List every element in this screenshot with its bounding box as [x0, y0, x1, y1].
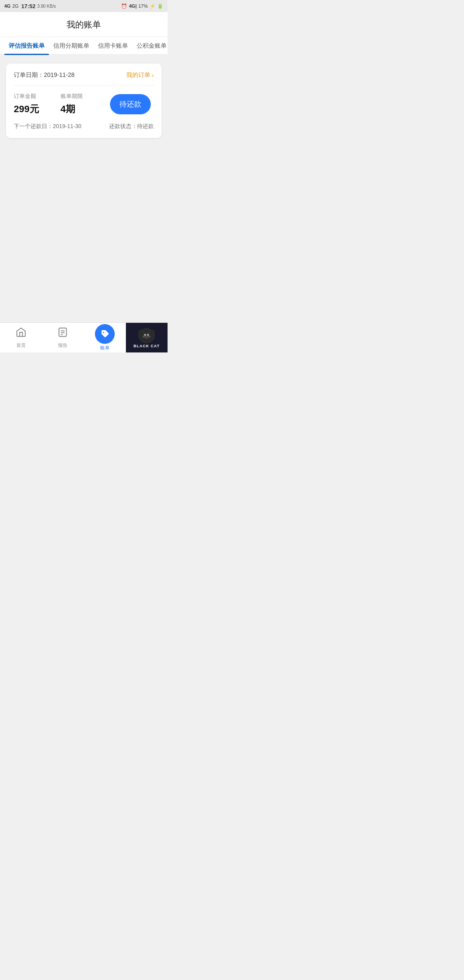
page-header: 我的账单 — [0, 12, 168, 37]
status-bar: 4G 2G 17:52 3.90 KB/s ⏰ 4G| 17% ⚡ 🔋 — [0, 0, 168, 12]
signal-4g: 4G — [4, 3, 11, 9]
battery-percent: 17% — [138, 3, 148, 9]
tab-provident-fund[interactable]: 公积金账单 — [132, 37, 168, 54]
battery-icon: 🔋 — [157, 3, 163, 9]
svg-point-4 — [103, 332, 104, 333]
nav-bill-label: 账单 — [100, 345, 110, 351]
card-body: 订单金额 299元 账单期限 4期 待还款 — [14, 92, 154, 116]
svg-rect-0 — [59, 328, 67, 337]
blackcat-logo-icon — [137, 328, 156, 343]
amount-label: 订单金额 — [14, 92, 61, 100]
tab-credit-installment[interactable]: 信用分期账单 — [49, 37, 94, 54]
nav-report[interactable]: 报告 — [42, 323, 84, 352]
svg-point-11 — [148, 335, 149, 336]
status-left: 4G 2G 17:52 3.90 KB/s — [4, 3, 56, 9]
alarm-icon: ⏰ — [121, 3, 127, 9]
bill-card: 订单日期：2019-11-28 我的订单 › 订单金额 299元 账单期限 4期… — [6, 64, 162, 138]
payment-status-text: 还款状态：待还款 — [109, 122, 154, 130]
bill-icon-circle — [95, 324, 115, 344]
action-section: 待还款 — [107, 94, 154, 114]
blackcat-text: BLACK CAT — [134, 344, 160, 348]
pay-button[interactable]: 待还款 — [110, 94, 151, 114]
period-label: 账单期限 — [61, 92, 107, 100]
home-icon — [15, 327, 27, 340]
network-4g: 4G| — [129, 3, 137, 9]
nav-my[interactable]: BLACK CAT — [126, 323, 168, 352]
card-footer: 下一个还款日：2019-11-30 还款状态：待还款 — [14, 122, 154, 130]
tab-assessment-report[interactable]: 评估报告账单 — [4, 37, 49, 54]
nav-home-label: 首页 — [16, 342, 26, 349]
main-content: 订单日期：2019-11-28 我的订单 › 订单金额 299元 账单期限 4期… — [0, 55, 168, 322]
report-icon — [57, 327, 68, 340]
chevron-right-icon: › — [152, 72, 154, 79]
nav-report-label: 报告 — [58, 342, 67, 349]
period-value: 4期 — [61, 103, 107, 116]
tab-credit-card[interactable]: 信用卡账单 — [94, 37, 132, 54]
tab-bar: 评估报告账单 信用分期账单 信用卡账单 公积金账单 — [0, 37, 168, 55]
order-date-text: 订单日期：2019-11-28 — [14, 71, 75, 79]
bottom-nav: 首页 报告 账单 — [0, 322, 168, 352]
my-order-link[interactable]: 我的订单 › — [126, 71, 154, 79]
speed: 3.90 KB/s — [37, 4, 56, 9]
next-payment-text: 下一个还款日：2019-11-30 — [14, 122, 82, 130]
period-section: 账单期限 4期 — [61, 92, 107, 116]
card-header: 订单日期：2019-11-28 我的订单 › — [14, 71, 154, 86]
nav-home[interactable]: 首页 — [0, 323, 42, 352]
status-right: ⏰ 4G| 17% ⚡ 🔋 — [121, 3, 163, 9]
page-title: 我的账单 — [67, 20, 101, 29]
svg-point-10 — [145, 335, 146, 336]
charging-icon: ⚡ — [150, 3, 156, 9]
nav-bill[interactable]: 账单 — [84, 323, 126, 352]
signal-2g: 2G — [12, 3, 19, 9]
amount-section: 订单金额 299元 — [14, 92, 61, 116]
svg-point-5 — [143, 332, 151, 340]
amount-value: 299元 — [14, 103, 61, 116]
time: 17:52 — [21, 3, 35, 9]
